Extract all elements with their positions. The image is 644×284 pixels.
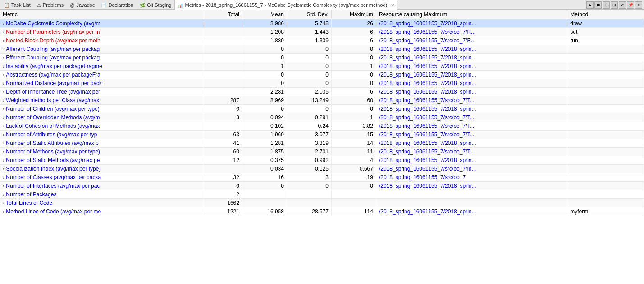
table-row[interactable]: ›Normalized Distance (avg/max per pack 0… — [0, 79, 644, 88]
table-row[interactable]: ›Number of Children (avg/max per type) 0… — [0, 105, 644, 113]
expand-icon[interactable]: › — [3, 90, 4, 95]
cell-max — [331, 190, 376, 199]
cell-metric: ›Afferent Coupling (avg/max per packag — [0, 45, 204, 54]
expand-icon[interactable]: › — [3, 167, 4, 171]
table-row[interactable]: ›Lack of Cohesion of Methods (avg/max 0.… — [0, 122, 644, 131]
expand-icon[interactable]: › — [3, 124, 4, 129]
cell-resource: /2018_spring_16061155_7/2018_sprin... — [376, 19, 567, 28]
table-row[interactable]: ›Abstractness (avg/max per packageFra 0 … — [0, 71, 644, 79]
table-header-row: Metric Total Mean Std. Dev. Maximum Reso… — [0, 10, 644, 19]
expand-icon[interactable]: › — [3, 201, 4, 206]
table-row[interactable]: ›Number of Methods (avg/max per type) 60… — [0, 148, 644, 156]
cell-mean: 1.208 — [242, 28, 287, 36]
cell-metric: ›McCabe Cyclomatic Complexity (avg/m — [0, 19, 204, 28]
cell-method — [567, 139, 644, 148]
cell-mean: 1.281 — [242, 139, 287, 148]
cell-method — [567, 190, 644, 199]
table-row[interactable]: ›Efferent Coupling (avg/max per packag 0… — [0, 54, 644, 62]
table-row[interactable]: ›Nested Block Depth (avg/max per meth 1.… — [0, 36, 644, 45]
toolbar-run-btn[interactable]: ▶ — [586, 1, 594, 9]
expand-icon[interactable]: › — [3, 47, 4, 52]
tab-tasklist[interactable]: 📋 Task List — [1, 0, 34, 10]
expand-icon[interactable]: › — [3, 158, 4, 163]
table-row[interactable]: ›Number of Packages 2 — [0, 190, 644, 199]
cell-resource: /2018_spring_16061155_7/2018_sprin... — [376, 105, 567, 113]
toolbar-pin-btn[interactable]: 📌 — [627, 1, 634, 9]
main-content: Metric Total Mean Std. Dev. Maximum Reso… — [0, 10, 644, 284]
table-row[interactable]: ›Number of Overridden Methods (avg/m 3 0… — [0, 113, 644, 122]
table-row[interactable]: ›Number of Static Attributes (avg/max p … — [0, 139, 644, 148]
toolbar-stop-btn[interactable]: ⏹ — [594, 1, 602, 9]
cell-stddev: 0.125 — [287, 165, 331, 173]
problems-icon: ⚠ — [37, 3, 41, 8]
expand-icon[interactable]: › — [3, 141, 4, 146]
cell-mean: 0.102 — [242, 122, 287, 131]
table-row[interactable]: ›Instability (avg/max per packageFragme … — [0, 62, 644, 71]
table-row[interactable]: ›Number of Static Methods (avg/max pe 12… — [0, 156, 644, 165]
table-row[interactable]: ›Number of Classes (avg/max per packa 32… — [0, 173, 644, 182]
cell-max: 19 — [331, 173, 376, 182]
cell-method — [567, 173, 644, 182]
expand-icon[interactable]: › — [3, 149, 4, 154]
cell-max: 15 — [331, 131, 376, 139]
expand-icon[interactable]: › — [3, 132, 4, 137]
cell-metric: ›Instability (avg/max per packageFragme — [0, 62, 204, 71]
cell-method — [567, 122, 644, 131]
toolbar-expand-btn[interactable]: ↗ — [619, 1, 626, 9]
cell-method — [567, 131, 644, 139]
tab-javadoc[interactable]: @ Javadoc — [67, 0, 98, 10]
expand-icon[interactable]: › — [3, 38, 4, 43]
cell-resource: /2018_spring_16061155_7/2018_sprin... — [376, 139, 567, 148]
expand-icon[interactable]: › — [3, 107, 4, 112]
expand-icon[interactable]: › — [3, 64, 4, 69]
cell-metric: ›Number of Parameters (avg/max per m — [0, 28, 204, 36]
cell-stddev: 0 — [287, 182, 331, 190]
expand-icon[interactable]: › — [3, 21, 4, 26]
expand-icon[interactable]: › — [3, 72, 4, 77]
expand-icon[interactable]: › — [3, 209, 4, 214]
toolbar-menu-btn[interactable]: ▾ — [635, 1, 642, 9]
cell-resource: /2018_spring_16061155_7/2018_sprin... — [376, 79, 567, 88]
expand-icon[interactable]: › — [3, 98, 4, 103]
cell-mean: 1 — [242, 62, 287, 71]
cell-resource: /2018_spring_16061155_7/2018_sprin... — [376, 62, 567, 71]
cell-metric: ›Number of Classes (avg/max per packa — [0, 173, 204, 182]
tab-metrics-close[interactable]: ✕ — [391, 3, 394, 8]
tab-metrics[interactable]: 📊 Metrics - 2018_spring_16061155_7 - McC… — [174, 0, 397, 10]
tab-gitstaging[interactable]: 🌿 Git Staging — [137, 0, 174, 10]
table-row[interactable]: ›Specialization Index (avg/max per type)… — [0, 165, 644, 173]
cell-max: 114 — [331, 207, 376, 216]
cell-mean: 3.986 — [242, 19, 287, 28]
expand-icon[interactable]: › — [3, 175, 4, 180]
table-row[interactable]: ›Weighted methods per Class (avg/max 287… — [0, 96, 644, 105]
expand-icon[interactable]: › — [3, 184, 4, 189]
table-row[interactable]: ›Number of Attributes (avg/max per typ 6… — [0, 131, 644, 139]
table-row[interactable]: ›Number of Interfaces (avg/max per pac 0… — [0, 182, 644, 190]
table-row[interactable]: ›Depth of Inheritance Tree (avg/max per … — [0, 88, 644, 96]
table-row[interactable]: ›Afferent Coupling (avg/max per packag 0… — [0, 45, 644, 54]
cell-stddev: 5.748 — [287, 19, 331, 28]
table-row[interactable]: ›McCabe Cyclomatic Complexity (avg/m 3.9… — [0, 19, 644, 28]
col-header-metric: Metric — [0, 10, 204, 19]
expand-icon[interactable]: › — [3, 81, 4, 86]
table-row[interactable]: ›Total Lines of Code 1662 — [0, 199, 644, 207]
expand-icon[interactable]: › — [3, 115, 4, 120]
toolbar-grid-btn[interactable]: ⊞ — [611, 1, 618, 9]
cell-stddev: 28.577 — [287, 207, 331, 216]
table-row[interactable]: ›Method Lines of Code (avg/max per me 12… — [0, 207, 644, 216]
cell-method — [567, 105, 644, 113]
toolbar-pause-btn[interactable]: ⏸ — [603, 1, 610, 9]
tab-problems[interactable]: ⚠ Problems — [34, 0, 67, 10]
cell-stddev: 0.24 — [287, 122, 331, 131]
table-row[interactable]: ›Number of Parameters (avg/max per m 1.2… — [0, 28, 644, 36]
cell-method — [567, 45, 644, 54]
cell-total: 1221 — [204, 207, 242, 216]
expand-icon[interactable]: › — [3, 30, 4, 35]
cell-max: 0 — [331, 45, 376, 54]
cell-method: set — [567, 28, 644, 36]
expand-icon[interactable]: › — [3, 192, 4, 197]
tab-declaration[interactable]: 📄 Declaration — [98, 0, 137, 10]
cell-max: 0 — [331, 71, 376, 79]
cell-total — [204, 62, 242, 71]
expand-icon[interactable]: › — [3, 55, 4, 60]
